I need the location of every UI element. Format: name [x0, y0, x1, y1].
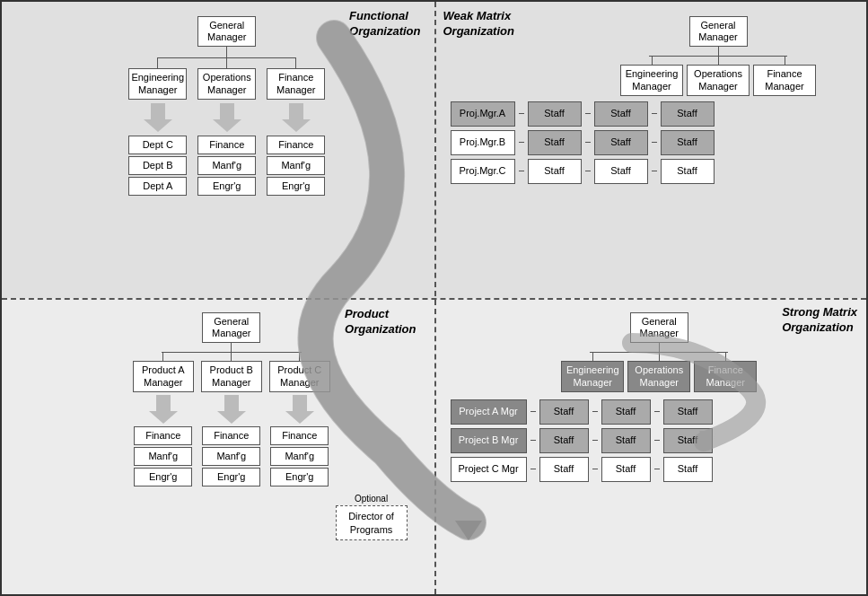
q1-finance1: Finance	[197, 136, 256, 154]
q4-staff-c1: Staff	[539, 457, 589, 482]
q3-prod-c: Product CManager	[269, 361, 330, 391]
q2-staff-c2: Staff	[594, 159, 648, 184]
q3-fb: Finance	[202, 426, 260, 445]
q3-mb: Manf'g	[202, 447, 260, 466]
optional-label: Optional	[336, 494, 408, 504]
q4-staff-c3: Staff	[663, 457, 713, 482]
q1-engrg1: Engr'g	[197, 177, 256, 196]
q4-staff-a2: Staff	[601, 399, 651, 425]
q2-title: Weak MatrixOrganization	[443, 9, 514, 39]
q2-staff-c1: Staff	[528, 159, 582, 184]
q1-manfg2: Manf'g	[267, 156, 325, 175]
q2-staff-b3: Staff	[661, 130, 715, 155]
q4-ops-mgr: OperationsManager	[627, 361, 690, 391]
q4-proj-a: Project A Mgr	[451, 399, 527, 425]
q1-title: Functional Organization	[349, 9, 420, 39]
functional-org-quadrant: Functional Organization General Manager …	[2, 2, 434, 298]
optional-area: Optional Director ofPrograms	[336, 494, 408, 540]
q2-projmgr-a: Proj.Mgr.A	[451, 101, 515, 127]
q3-ea: Engr'g	[134, 468, 192, 486]
q2-staff-c3: Staff	[661, 159, 715, 184]
q3-ec: Engr'g	[270, 468, 329, 486]
q2-staff-b1: Staff	[528, 130, 582, 155]
q4-eng-mgr: EngineeringManager	[561, 361, 624, 391]
q3-prod-b: Product BManager	[201, 361, 262, 391]
main-diagram: Functional Organization General Manager …	[0, 0, 868, 596]
q2-ops-mgr: OperationsManager	[687, 65, 750, 95]
q4-fin-mgr: FinanceManager	[694, 361, 757, 391]
q4-staff-b1: Staff	[539, 428, 589, 453]
q3-ma: Manf'g	[134, 447, 192, 466]
q4-title: Strong MatrixOrganization	[782, 305, 857, 336]
q2-projmgr-c: Proj.Mgr.C	[451, 159, 515, 184]
q1-ops-mgr: OperationsManager	[197, 68, 256, 99]
q4-proj-b: Project B Mgr	[451, 428, 527, 453]
q3-eb: Engr'g	[202, 468, 260, 486]
q2-staff-a3: Staff	[661, 101, 715, 127]
q4-staff-a1: Staff	[539, 399, 589, 425]
q1-fin-mgr: FinanceManager	[267, 68, 325, 99]
q4-staff-b3: Staff	[663, 428, 713, 453]
q3-fc: Finance	[270, 426, 329, 445]
q1-dept-a: Dept A	[128, 177, 187, 196]
product-org-quadrant: ProductOrganization GeneralManager Produ…	[2, 298, 434, 594]
q1-finance2: Finance	[267, 136, 325, 154]
q3-fa: Finance	[134, 426, 192, 445]
q4-staff-b2: Staff	[601, 428, 651, 453]
strong-matrix-quadrant: Strong MatrixOrganization GeneralManager…	[434, 298, 867, 594]
q2-fin-mgr: FinanceManager	[753, 65, 816, 95]
q3-title: ProductOrganization	[345, 307, 416, 337]
q1-gm-box: General Manager	[197, 16, 256, 47]
q1-engrg2: Engr'g	[267, 177, 325, 196]
q3-mc: Manf'g	[270, 447, 329, 466]
q1-dept-b: Dept B	[128, 156, 187, 175]
q4-gm-box: GeneralManager	[630, 312, 688, 343]
q2-staff-a1: Staff	[528, 101, 582, 127]
q4-proj-c: Project C Mgr	[451, 457, 527, 482]
q2-staff-a2: Staff	[594, 101, 648, 127]
q3-prod-a: Product AManager	[133, 361, 194, 391]
weak-matrix-quadrant: Weak MatrixOrganization GeneralManager E…	[434, 2, 867, 298]
q4-staff-c2: Staff	[601, 457, 651, 482]
q2-eng-mgr: EngineeringManager	[620, 65, 683, 95]
director-box: Director ofPrograms	[336, 505, 408, 540]
q1-eng-mgr: EngineeringManager	[128, 68, 187, 99]
q4-staff-a3: Staff	[663, 399, 713, 425]
q2-gm-box: GeneralManager	[689, 16, 748, 47]
q1-dept-c: Dept C	[128, 136, 187, 154]
q1-manfg1: Manf'g	[197, 156, 256, 175]
q2-staff-b2: Staff	[594, 130, 648, 155]
q2-projmgr-b: Proj.Mgr.B	[451, 130, 515, 155]
q1-arrow1	[144, 103, 172, 132]
q3-gm-box: GeneralManager	[202, 312, 260, 343]
